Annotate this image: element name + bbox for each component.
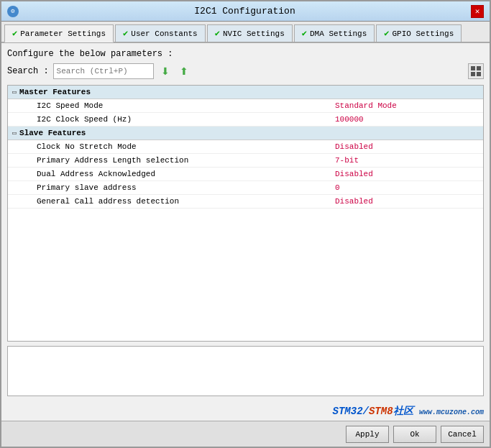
grid-view-button[interactable] (468, 63, 484, 79)
table-row[interactable]: I2C Speed Mode Standard Mode (8, 99, 483, 113)
config-description: Configure the below parameters : (7, 49, 484, 59)
param-name: I2C Speed Mode (37, 101, 335, 110)
window-icon: ⚙ (7, 6, 19, 17)
tab-parameter-settings[interactable]: ✔ Parameter Settings (4, 24, 114, 42)
table-row[interactable]: General Call address detection Disabled (8, 195, 483, 209)
tab-nvic-settings[interactable]: ✔ NVIC Settings (207, 24, 293, 42)
section-toggle-icon[interactable]: ▭ (12, 129, 17, 137)
tab-check-icon: ✔ (12, 28, 17, 39)
parameters-table: ▭ Master Features I2C Speed Mode Standar… (7, 85, 484, 342)
search-label: Search : (7, 66, 49, 76)
search-next-button[interactable]: ⬇ (158, 64, 173, 78)
tab-check-icon: ✔ (215, 28, 220, 39)
ok-button[interactable]: Ok (393, 426, 436, 443)
section-slave-features[interactable]: ▭ Slave Features (8, 127, 483, 140)
search-prev-button[interactable]: ⬆ (177, 64, 191, 78)
main-content: Configure the below parameters : Search … (1, 43, 490, 402)
tab-bar: ✔ Parameter Settings ✔ User Constants ✔ … (1, 22, 490, 43)
table-row[interactable]: Dual Address Acknowledged Disabled (8, 168, 483, 181)
watermark-site: 社区 (393, 406, 413, 417)
tab-check-icon: ✔ (384, 28, 389, 39)
param-name: General Call address detection (37, 197, 335, 206)
section-label: Master Features (19, 88, 91, 96)
search-input[interactable] (53, 63, 154, 79)
param-value: Disabled (335, 142, 479, 151)
window-title: I2C1 Configuration (19, 6, 471, 17)
main-window: ⚙ I2C1 Configuration ✕ ✔ Parameter Setti… (0, 0, 491, 448)
param-name: Dual Address Acknowledged (37, 170, 335, 178)
section-master-features[interactable]: ▭ Master Features (8, 86, 483, 99)
svg-rect-3 (477, 72, 481, 76)
svg-rect-2 (471, 72, 475, 76)
table-row[interactable]: Primary Address Length selection 7-bit (8, 154, 483, 168)
param-name: Primary Address Length selection (37, 156, 335, 165)
param-name: Clock No Stretch Mode (37, 142, 335, 151)
tab-user-constants[interactable]: ✔ User Constants (115, 24, 206, 42)
table-row[interactable]: Clock No Stretch Mode Disabled (8, 140, 483, 154)
tab-label: GPIO Settings (392, 29, 454, 38)
tab-label: DMA Settings (310, 29, 367, 38)
close-button[interactable]: ✕ (471, 5, 484, 18)
search-row: Search : ⬇ ⬆ (7, 63, 484, 79)
svg-rect-0 (471, 66, 475, 70)
svg-rect-1 (477, 66, 481, 70)
tab-gpio-settings[interactable]: ✔ GPIO Settings (376, 24, 462, 42)
watermark-stm8: STM8 (369, 406, 393, 417)
watermark-url: www.mcuzone.com (419, 408, 484, 416)
param-value: 0 (335, 183, 479, 192)
param-value: Disabled (335, 170, 479, 178)
tab-dma-settings[interactable]: ✔ DMA Settings (294, 24, 375, 42)
watermark-stm32: STM32/ (333, 406, 369, 417)
section-toggle-icon[interactable]: ▭ (12, 88, 17, 96)
title-bar: ⚙ I2C1 Configuration ✕ (1, 1, 490, 22)
footer: Apply Ok Cancel (1, 421, 490, 447)
param-value: Disabled (335, 197, 479, 206)
tab-label: User Constants (131, 29, 197, 38)
tab-label: Parameter Settings (20, 29, 106, 38)
tab-label: NVIC Settings (223, 29, 285, 38)
param-name: Primary slave address (37, 183, 335, 192)
tab-check-icon: ✔ (123, 28, 128, 39)
apply-button[interactable]: Apply (346, 426, 389, 443)
tab-check-icon: ✔ (302, 28, 307, 39)
cancel-button[interactable]: Cancel (441, 426, 484, 443)
table-row[interactable]: Primary slave address 0 (8, 181, 483, 195)
table-row[interactable]: I2C Clock Speed (Hz) 100000 (8, 113, 483, 127)
info-panel (7, 346, 484, 396)
param-name: I2C Clock Speed (Hz) (37, 115, 335, 124)
section-label: Slave Features (19, 129, 86, 137)
watermark-area: STM32/STM8社区 www.mcuzone.com (1, 402, 490, 421)
param-value: 100000 (335, 115, 479, 124)
param-value: 7-bit (335, 156, 479, 165)
param-value: Standard Mode (335, 101, 479, 110)
grid-icon (471, 66, 481, 76)
watermark: STM32/STM8社区 www.mcuzone.com (330, 403, 487, 419)
